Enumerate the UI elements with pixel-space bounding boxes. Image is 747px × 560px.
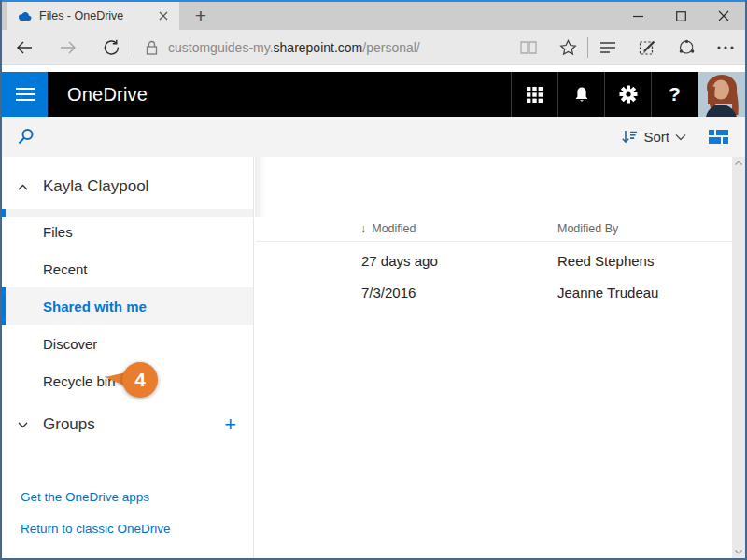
search-button[interactable] bbox=[17, 128, 35, 146]
sidebar-item-discover[interactable]: Discover bbox=[2, 325, 253, 362]
sidebar-owner[interactable]: Kayla Claypool bbox=[2, 174, 253, 200]
navigation-pane: Kayla Claypool Files Recent Shared with … bbox=[2, 157, 254, 558]
tab-close-icon[interactable] bbox=[155, 7, 172, 24]
notifications-bell-button[interactable] bbox=[557, 72, 604, 117]
url-path: /personal/ bbox=[362, 40, 419, 55]
favorites-star-icon[interactable] bbox=[548, 30, 587, 65]
sort-dropdown[interactable]: Sort bbox=[621, 129, 686, 145]
titlebar-drag-area bbox=[222, 2, 616, 30]
row-modified[interactable]: 7/3/2016 bbox=[361, 285, 416, 301]
hub-icon[interactable] bbox=[588, 30, 627, 65]
tab-files-onedrive[interactable]: Files - OneDrive bbox=[7, 2, 179, 30]
sort-label: Sort bbox=[643, 129, 669, 145]
row-modified-by[interactable]: Reed Stephens bbox=[557, 253, 654, 269]
lock-icon bbox=[134, 39, 168, 56]
reading-view-icon[interactable] bbox=[509, 30, 548, 65]
sidebar-groups[interactable]: Groups + bbox=[2, 407, 253, 442]
settings-gear-button[interactable] bbox=[604, 72, 651, 117]
file-list-area bbox=[255, 157, 732, 558]
forward-button[interactable] bbox=[46, 30, 90, 65]
web-note-icon[interactable] bbox=[627, 30, 667, 65]
vertical-scrollbar[interactable] bbox=[732, 157, 745, 558]
help-button[interactable]: ? bbox=[651, 72, 698, 117]
selected-item-accent-bar bbox=[2, 287, 6, 325]
app-launcher-button[interactable] bbox=[511, 72, 557, 117]
new-tab-button[interactable]: + bbox=[179, 2, 222, 30]
share-icon[interactable] bbox=[667, 30, 706, 65]
tab-title: Files - OneDrive bbox=[39, 9, 155, 22]
sidebar-item-shared-with-me[interactable]: Shared with me bbox=[2, 287, 253, 325]
add-group-button[interactable]: + bbox=[224, 413, 236, 437]
window-maximize-button[interactable] bbox=[659, 2, 702, 30]
command-bar: Sort bbox=[2, 117, 745, 157]
url-subdomain: customguides-my. bbox=[168, 40, 274, 55]
app-title: OneDrive bbox=[67, 72, 148, 117]
groups-label: Groups bbox=[43, 415, 95, 434]
get-onedrive-apps-link[interactable]: Get the OneDrive apps bbox=[21, 490, 149, 504]
url-domain: sharepoint.com bbox=[274, 40, 363, 55]
column-header-modified-by[interactable]: Modified By bbox=[557, 222, 618, 235]
scroll-up-icon[interactable] bbox=[735, 161, 742, 165]
chevron-down-icon bbox=[2, 422, 43, 428]
onedrive-app-bar: OneDrive ? bbox=[2, 72, 745, 117]
window-minimize-button[interactable] bbox=[616, 2, 659, 30]
tab-bar: Files - OneDrive + bbox=[2, 2, 745, 30]
refresh-button[interactable] bbox=[90, 30, 134, 65]
sidebar-shadow bbox=[255, 157, 266, 217]
sort-icon bbox=[621, 129, 638, 145]
row-modified-by[interactable]: Jeanne Trudeau bbox=[557, 285, 658, 301]
callout-step-badge: 4 bbox=[122, 362, 158, 398]
address-bar: customguides-my.sharepoint.com/personal/ bbox=[2, 30, 745, 65]
header-divider bbox=[256, 241, 732, 242]
hamburger-menu-button[interactable] bbox=[2, 72, 48, 117]
browser-window: Files - OneDrive + bbox=[0, 0, 747, 560]
onedrive-favicon-icon bbox=[17, 10, 32, 21]
view-toggle-button[interactable] bbox=[709, 130, 728, 144]
owner-name: Kayla Claypool bbox=[43, 177, 148, 196]
sidebar-item-recent[interactable]: Recent bbox=[2, 250, 253, 287]
scroll-down-icon[interactable] bbox=[735, 550, 742, 554]
row-modified[interactable]: 27 days ago bbox=[361, 253, 438, 269]
sidebar-item-files[interactable]: Files bbox=[2, 213, 253, 250]
url-field[interactable]: customguides-my.sharepoint.com/personal/ bbox=[168, 40, 509, 55]
column-header-modified[interactable]: ↓ Modified bbox=[360, 222, 416, 235]
more-actions-icon[interactable] bbox=[706, 30, 745, 65]
chevron-down-icon bbox=[675, 133, 686, 141]
return-to-classic-link[interactable]: Return to classic OneDrive bbox=[21, 522, 171, 536]
window-close-button[interactable] bbox=[702, 2, 745, 30]
chevron-up-icon bbox=[2, 184, 43, 190]
back-button[interactable] bbox=[2, 30, 46, 65]
sort-descending-icon: ↓ bbox=[360, 222, 366, 235]
user-avatar[interactable] bbox=[698, 72, 745, 117]
